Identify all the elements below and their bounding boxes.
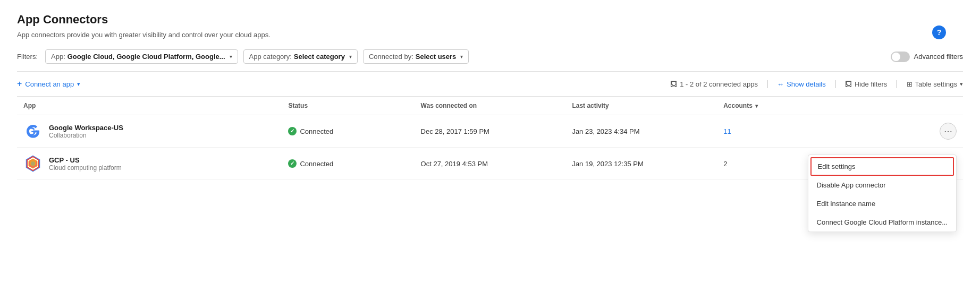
hide-filters-button[interactable]: ⛾ Hide filters bbox=[845, 80, 887, 88]
row1-app-cell: G Google Workspace-US Collaboration bbox=[17, 115, 282, 148]
filters-label: Filters: bbox=[17, 53, 38, 61]
hide-filters-label: Hide filters bbox=[855, 80, 887, 88]
row2-last-activity: Jan 19, 2023 12:35 PM bbox=[565, 148, 717, 180]
table-settings-chevron-icon: ▾ bbox=[960, 81, 963, 88]
page-title: App Connectors bbox=[17, 13, 963, 27]
app-filter-chevron-icon: ▾ bbox=[230, 54, 232, 59]
row2-connected-on: Oct 27, 2019 4:53 PM bbox=[415, 148, 566, 180]
row1-app-type: Collaboration bbox=[49, 132, 123, 139]
connected-by-key: Connected by: bbox=[369, 53, 413, 61]
row1-app-logo: G bbox=[23, 122, 43, 141]
row1-app-info: Google Workspace-US Collaboration bbox=[49, 124, 123, 139]
page-subtitle: App connectors provide you with greater … bbox=[17, 31, 963, 39]
toolbar-separator-3: | bbox=[895, 79, 898, 89]
category-filter-chevron-icon: ▾ bbox=[349, 54, 352, 59]
svg-text:G: G bbox=[27, 125, 36, 138]
row1-accounts[interactable]: 11 bbox=[717, 115, 831, 148]
show-details-button[interactable]: ↔ Show details bbox=[777, 80, 826, 88]
count-display: ⛾ 1 - 2 of 2 connected apps bbox=[670, 80, 758, 88]
col-header-status: Status bbox=[282, 97, 414, 115]
advanced-filters-label: Advanced filters bbox=[914, 53, 964, 61]
row1-app-name: Google Workspace-US bbox=[49, 124, 123, 132]
table-settings-label: Table settings bbox=[915, 80, 958, 88]
toolbar-separator-2: | bbox=[834, 79, 837, 89]
advanced-filters-switch[interactable] bbox=[891, 52, 910, 62]
col-header-connected-on: Was connected on bbox=[415, 97, 566, 115]
row2-app-type: Cloud computing platform bbox=[49, 164, 122, 172]
row2-app-logo bbox=[23, 154, 43, 173]
row2-status-cell: Connected bbox=[282, 148, 414, 180]
col-header-accounts[interactable]: Accounts ▾ bbox=[717, 97, 831, 115]
filter-funnel-icon: ⛾ bbox=[670, 80, 677, 88]
connected-by-value: Select users bbox=[416, 53, 457, 61]
table-settings-icon: ⊞ bbox=[907, 80, 913, 88]
row2-status-text: Connected bbox=[300, 160, 333, 168]
connectors-table: App Status Was connected on Last activit… bbox=[17, 97, 963, 180]
plus-icon: + bbox=[17, 79, 22, 89]
row1-accounts-link[interactable]: 11 bbox=[723, 127, 731, 135]
accounts-sort-icon: ▾ bbox=[755, 103, 758, 109]
connected-by-chevron-icon: ▾ bbox=[460, 54, 463, 59]
context-menu-edit-settings[interactable]: Edit settings bbox=[810, 157, 954, 176]
row1-actions-cell: ⋯ Edit settings Disable App connector Ed… bbox=[831, 115, 963, 148]
show-details-label: Show details bbox=[787, 80, 826, 88]
row2-app-info: GCP - US Cloud computing platform bbox=[49, 156, 122, 172]
row1-status-dot bbox=[288, 127, 297, 135]
row2-app-cell: GCP - US Cloud computing platform bbox=[17, 148, 282, 180]
advanced-filters-toggle[interactable]: Advanced filters bbox=[891, 52, 964, 62]
table-settings-button[interactable]: ⊞ Table settings ▾ bbox=[907, 80, 964, 88]
col-header-actions bbox=[831, 97, 963, 115]
context-menu-disable-connector[interactable]: Disable App connector bbox=[808, 176, 956, 194]
col-header-last-activity: Last activity bbox=[565, 97, 717, 115]
help-icon[interactable]: ? bbox=[932, 25, 946, 39]
row1-status-cell: Connected bbox=[282, 115, 414, 148]
category-filter-value: Select category bbox=[294, 53, 345, 61]
context-menu-connect-gcp[interactable]: Connect Google Cloud Platform instance..… bbox=[808, 213, 956, 232]
connected-by-filter-dropdown[interactable]: Connected by: Select users ▾ bbox=[363, 49, 469, 64]
row1-connected-on: Dec 28, 2017 1:59 PM bbox=[415, 115, 566, 148]
context-menu-edit-instance-name[interactable]: Edit instance name bbox=[808, 194, 956, 213]
toolbar-separator-1: | bbox=[766, 79, 768, 89]
context-menu: Edit settings Disable App connector Edit… bbox=[808, 155, 957, 232]
app-filter-dropdown[interactable]: App: Google Cloud, Google Cloud Platform… bbox=[45, 49, 238, 64]
connect-app-button[interactable]: + Connect an app ▾ bbox=[17, 77, 80, 91]
connect-app-chevron-icon: ▾ bbox=[77, 81, 80, 88]
col-header-app: App bbox=[17, 97, 282, 115]
row1-status-text: Connected bbox=[300, 127, 333, 135]
expand-icon: ↔ bbox=[777, 80, 784, 88]
hide-filters-icon: ⛾ bbox=[845, 80, 852, 88]
connected-apps-count: 1 - 2 of 2 connected apps bbox=[680, 80, 758, 88]
row1-last-activity: Jan 23, 2023 4:34 PM bbox=[565, 115, 717, 148]
row2-app-name: GCP - US bbox=[49, 156, 122, 164]
app-filter-value: Google Cloud, Google Cloud Platform, Goo… bbox=[67, 53, 225, 61]
connect-app-label: Connect an app bbox=[25, 80, 74, 88]
table-row: G Google Workspace-US Collaboration bbox=[17, 115, 963, 148]
app-filter-key: App: bbox=[51, 53, 65, 61]
row2-status-dot bbox=[288, 159, 297, 168]
category-filter-dropdown[interactable]: App category: Select category ▾ bbox=[243, 49, 358, 64]
row1-kebab-button[interactable]: ⋯ bbox=[940, 123, 957, 140]
category-filter-key: App category: bbox=[249, 53, 292, 61]
